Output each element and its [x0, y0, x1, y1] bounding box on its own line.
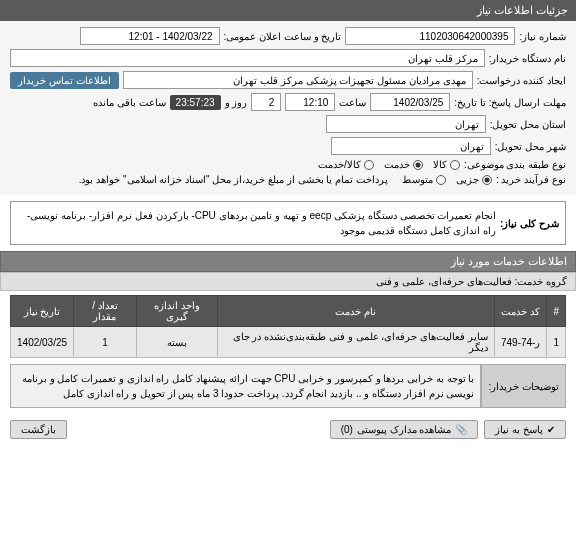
- description-box: شرح کلی نیاز: انجام تعمیرات تخصصی دستگاه…: [10, 201, 566, 245]
- radio-medium[interactable]: متوسط: [402, 174, 446, 185]
- back-button[interactable]: بازگشت: [10, 420, 67, 439]
- need-number-label: شماره نیاز:: [519, 31, 566, 42]
- buyer-note-box: توضیحات خریدار: با توجه به خرابی بردها و…: [10, 364, 566, 408]
- desc-text: انجام تعمیرات تخصصی دستگاه پزشکی eecp و …: [17, 208, 496, 238]
- province-label: استان محل تحویل:: [490, 119, 566, 130]
- days-value: 2: [251, 93, 281, 111]
- form-section: شماره نیاز: 1102030642000395 تاریخ و ساع…: [0, 21, 576, 195]
- radio-goods[interactable]: کالا: [433, 159, 460, 170]
- cell-date: 1402/03/25: [11, 327, 74, 358]
- th-qty: تعداد / مقدار: [74, 296, 137, 327]
- process-label: نوع فرآیند خرید :: [496, 174, 566, 185]
- th-code: کد خدمت: [494, 296, 547, 327]
- cell-qty: 1: [74, 327, 137, 358]
- remaining-label: ساعت باقی مانده: [93, 97, 166, 108]
- th-date: تاریخ نیاز: [11, 296, 74, 327]
- services-table: # کد خدمت نام خدمت واحد اندازه گیری تعدا…: [10, 295, 566, 358]
- group-label: گروه خدمت:: [514, 276, 567, 287]
- province-value: تهران: [326, 115, 486, 133]
- city-label: شهر محل تحویل:: [495, 141, 566, 152]
- attachments-button[interactable]: 📎 مشاهده مدارک پیوستی (0): [330, 420, 479, 439]
- cell-idx: 1: [547, 327, 566, 358]
- desc-label: شرح کلی نیاز:: [500, 216, 559, 231]
- days-label: روز و: [225, 97, 248, 108]
- city-value: تهران: [331, 137, 491, 155]
- cell-name: سایر فعالیت‌های حرفه‌ای، علمی و فنی طبقه…: [217, 327, 494, 358]
- cell-unit: بسته: [136, 327, 217, 358]
- announce-label: تاریخ و ساعت اعلان عمومی:: [224, 31, 342, 42]
- reply-button[interactable]: ✔ پاسخ به نیاز: [484, 420, 566, 439]
- requester-label: ایجاد کننده درخواست:: [477, 75, 566, 86]
- buyer-note-label: توضیحات خریدار:: [481, 364, 566, 408]
- contact-buyer-button[interactable]: اطلاعات تماس خریدار: [10, 72, 119, 89]
- attachment-icon: 📎: [455, 424, 467, 435]
- category-label: نوع طبقه بندی موضوعی:: [464, 159, 566, 170]
- radio-minor[interactable]: جزیی: [456, 174, 492, 185]
- announce-value: 1402/03/22 - 12:01: [80, 27, 220, 45]
- buyer-org-value: مرکز قلب تهران: [10, 49, 485, 67]
- process-radio-group: جزیی متوسط: [402, 174, 492, 185]
- th-name: نام خدمت: [217, 296, 494, 327]
- check-icon: ✔: [547, 424, 555, 435]
- th-unit: واحد اندازه گیری: [136, 296, 217, 327]
- radio-service[interactable]: خدمت: [384, 159, 423, 170]
- header-title: جزئیات اطلاعات نیاز: [477, 4, 568, 16]
- cell-code: ر-74-749: [494, 327, 547, 358]
- deadline-time: 12:10: [285, 93, 335, 111]
- requester-value: مهدی مرادیان مسئول تجهیزات پزشکی مرکز قل…: [123, 71, 473, 89]
- services-section-title: اطلاعات خدمات مورد نیاز: [0, 251, 576, 272]
- time-label: ساعت: [339, 97, 366, 108]
- buyer-org-label: نام دستگاه خریدار:: [489, 53, 566, 64]
- need-number-value: 1102030642000395: [345, 27, 515, 45]
- radio-both[interactable]: کالا/خدمت: [318, 159, 374, 170]
- countdown-timer: 23:57:23: [170, 95, 221, 110]
- process-note: پرداخت تمام یا بخشی از مبلغ خرید،از محل …: [79, 174, 388, 185]
- table-row: 1 ر-74-749 سایر فعالیت‌های حرفه‌ای، علمی…: [11, 327, 566, 358]
- th-idx: #: [547, 296, 566, 327]
- category-radio-group: کالا خدمت کالا/خدمت: [318, 159, 460, 170]
- deadline-date: 1402/03/25: [370, 93, 450, 111]
- footer-buttons: ✔ پاسخ به نیاز 📎 مشاهده مدارک پیوستی (0)…: [0, 414, 576, 445]
- buyer-note-text: با توجه به خرابی بردها و کمپرسور و خرابی…: [10, 364, 481, 408]
- deadline-label: مهلت ارسال پاسخ: تا تاریخ:: [454, 97, 566, 108]
- details-header: جزئیات اطلاعات نیاز: [0, 0, 576, 21]
- service-group-row: گروه خدمت: فعالیت‌های حرفه‌ای، علمی و فن…: [0, 272, 576, 291]
- group-value: فعالیت‌های حرفه‌ای، علمی و فنی: [376, 276, 512, 287]
